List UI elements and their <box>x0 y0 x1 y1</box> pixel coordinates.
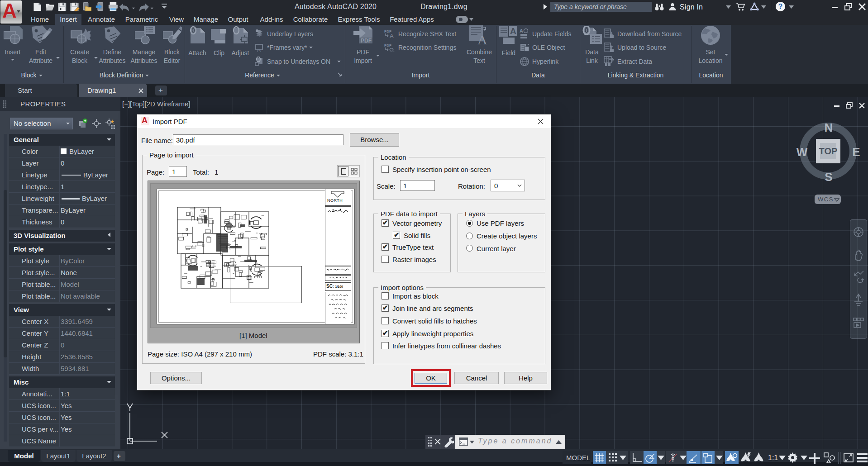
svg-text:PDF: PDF <box>361 38 372 44</box>
svg-text:A: A <box>390 33 394 39</box>
svg-text:TOP: TOP <box>819 146 838 156</box>
svg-text:(x): (x) <box>257 48 262 52</box>
svg-text:A: A <box>477 32 487 46</box>
svg-text:PDF: PDF <box>384 43 391 48</box>
svg-text:A: A <box>510 26 516 36</box>
svg-text:A: A <box>520 28 523 33</box>
